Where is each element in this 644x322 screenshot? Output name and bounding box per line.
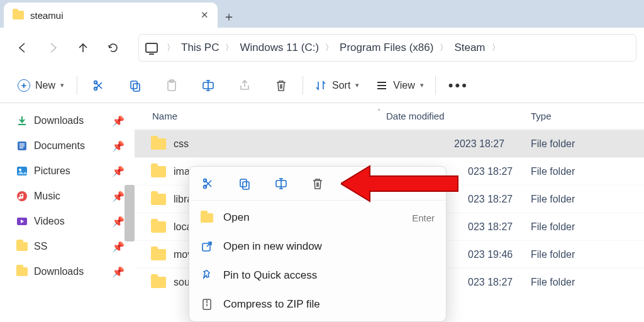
breadcrumb-seg[interactable]: Program Files (x86) bbox=[340, 42, 433, 54]
svg-point-10 bbox=[17, 191, 27, 201]
folder-icon bbox=[16, 267, 28, 276]
forward-button[interactable] bbox=[38, 33, 68, 63]
sidebar-item-pictures[interactable]: Pictures 📌 bbox=[16, 158, 130, 184]
new-tab-button[interactable]: ＋ bbox=[218, 5, 240, 28]
share-button[interactable] bbox=[230, 73, 260, 98]
arrow-right-icon bbox=[46, 41, 60, 55]
document-icon bbox=[16, 140, 28, 152]
paste-button[interactable] bbox=[157, 73, 187, 98]
copy-button[interactable] bbox=[237, 176, 252, 191]
sort-button[interactable]: Sort ▾ bbox=[309, 73, 364, 98]
folder-icon bbox=[151, 166, 166, 177]
open-external-icon bbox=[201, 240, 213, 253]
table-row[interactable]: css 2023 18:27 File folder bbox=[135, 130, 644, 157]
monitor-icon bbox=[145, 43, 158, 53]
clipboard-icon bbox=[165, 79, 179, 92]
plus-circle-icon: + bbox=[18, 79, 30, 92]
copy-button[interactable] bbox=[120, 73, 150, 98]
arrow-left-icon bbox=[16, 41, 30, 55]
separator bbox=[303, 76, 303, 95]
svg-rect-14 bbox=[240, 179, 247, 187]
chevron-down-icon: ▾ bbox=[60, 81, 64, 89]
ctx-open[interactable]: Open Enter bbox=[189, 203, 446, 232]
scrollbar-thumb[interactable] bbox=[125, 185, 135, 242]
col-type[interactable]: Type bbox=[531, 111, 644, 121]
col-date[interactable]: Date modified bbox=[386, 111, 531, 121]
file-type: File folder bbox=[531, 221, 644, 233]
chevron-right-icon: 〉 bbox=[219, 42, 240, 53]
tab-title: steamui bbox=[30, 10, 200, 21]
refresh-button[interactable] bbox=[98, 33, 128, 63]
svg-rect-2 bbox=[131, 81, 137, 89]
ctx-open-new-window[interactable]: Open in new window bbox=[189, 232, 446, 261]
context-menu: Open Enter Open in new window Pin to Qui… bbox=[189, 166, 447, 322]
scissors-icon bbox=[92, 79, 106, 92]
breadcrumb-seg[interactable]: This PC bbox=[181, 42, 219, 54]
folder-icon bbox=[151, 277, 166, 288]
pin-icon: 📌 bbox=[112, 165, 125, 177]
tab-strip: steamui ✕ ＋ bbox=[0, 0, 644, 28]
sidebar-item-documents[interactable]: Documents 📌 bbox=[16, 133, 130, 158]
breadcrumb-seg[interactable]: Steam bbox=[454, 42, 485, 54]
breadcrumb-seg[interactable]: Windows 11 (C:) bbox=[240, 42, 319, 54]
pin-icon: 📌 bbox=[112, 191, 125, 203]
chevron-down-icon: ▾ bbox=[420, 81, 424, 89]
file-type: File folder bbox=[531, 194, 644, 205]
rename-button[interactable] bbox=[274, 176, 289, 191]
sidebar-label: Videos bbox=[34, 216, 65, 227]
folder-icon bbox=[151, 138, 166, 150]
file-type: File folder bbox=[531, 277, 644, 288]
download-icon bbox=[16, 115, 28, 126]
address-bar[interactable]: 〉 This PC 〉 Windows 11 (C:) 〉 Program Fi… bbox=[138, 34, 636, 62]
copy-icon bbox=[128, 79, 142, 92]
svg-rect-3 bbox=[133, 84, 140, 91]
chevron-right-icon: 〉 bbox=[319, 42, 340, 53]
ctx-pin[interactable]: Pin to Quick access bbox=[189, 261, 446, 290]
back-button[interactable] bbox=[8, 33, 38, 63]
pin-icon: 📌 bbox=[112, 241, 125, 253]
pin-icon: 📌 bbox=[112, 115, 125, 127]
folder-icon bbox=[13, 11, 24, 19]
view-list-icon bbox=[375, 79, 388, 92]
col-name[interactable]: Name˄ bbox=[135, 111, 386, 121]
sidebar-label: Downloads bbox=[34, 266, 84, 277]
cut-button[interactable] bbox=[201, 176, 216, 191]
share-icon bbox=[238, 79, 252, 92]
sort-label: Sort bbox=[332, 80, 350, 91]
pin-icon: 📌 bbox=[112, 266, 125, 278]
cut-button[interactable] bbox=[84, 73, 114, 98]
window-tab[interactable]: steamui ✕ bbox=[4, 3, 218, 28]
chevron-right-icon: 〉 bbox=[486, 42, 506, 53]
pin-icon: 📌 bbox=[112, 216, 125, 228]
folder-icon bbox=[151, 194, 166, 205]
sidebar-item-downloads2[interactable]: Downloads 📌 bbox=[16, 259, 130, 284]
ctx-label: Open in new window bbox=[223, 240, 435, 253]
sidebar-item-music[interactable]: Music 📌 bbox=[16, 184, 130, 209]
sidebar-item-videos[interactable]: Videos 📌 bbox=[16, 209, 130, 234]
svg-point-9 bbox=[19, 169, 21, 171]
rename-icon bbox=[274, 177, 288, 191]
sidebar-item-downloads[interactable]: Downloads 📌 bbox=[16, 108, 130, 133]
file-date: 2023 18:27 bbox=[386, 138, 531, 150]
sidebar-label: SS bbox=[34, 241, 47, 252]
file-type: File folder bbox=[531, 249, 644, 260]
refresh-icon bbox=[106, 41, 120, 55]
up-button[interactable] bbox=[68, 33, 98, 63]
ctx-compress[interactable]: Compress to ZIP file bbox=[189, 290, 446, 319]
separator bbox=[77, 76, 77, 95]
separator bbox=[435, 76, 436, 95]
sidebar-item-ss[interactable]: SS 📌 bbox=[16, 234, 130, 259]
new-button[interactable]: + New ▾ bbox=[11, 74, 70, 97]
videos-icon bbox=[16, 216, 28, 227]
music-icon bbox=[16, 191, 28, 202]
close-tab-button[interactable]: ✕ bbox=[200, 9, 209, 21]
delete-button[interactable] bbox=[310, 176, 325, 191]
sidebar-label: Documents bbox=[34, 140, 85, 152]
svg-rect-15 bbox=[243, 182, 249, 189]
view-label: View bbox=[393, 80, 414, 91]
view-button[interactable]: View ▾ bbox=[370, 73, 428, 98]
trash-icon bbox=[274, 79, 288, 92]
more-button[interactable]: ••• bbox=[442, 77, 475, 94]
rename-button[interactable] bbox=[193, 73, 223, 98]
delete-button[interactable] bbox=[266, 73, 296, 98]
